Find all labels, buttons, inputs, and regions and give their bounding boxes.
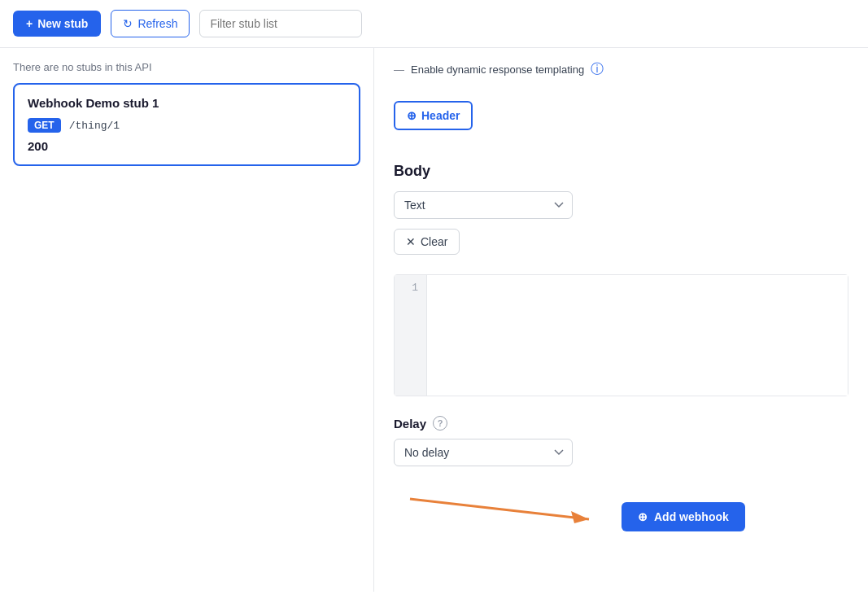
stub-status: 200: [28, 139, 346, 153]
new-stub-button[interactable]: + New stub: [13, 11, 101, 37]
svg-line-0: [410, 499, 589, 519]
stub-path: /thing/1: [69, 120, 120, 132]
right-panel: — Enable dynamic response templating ⓘ ⊕…: [374, 48, 868, 592]
delay-label: Delay: [394, 417, 426, 431]
add-webhook-label: Add webhook: [654, 510, 729, 523]
dynamic-templating-row: — Enable dynamic response templating ⓘ: [394, 61, 848, 88]
body-type-select[interactable]: Text JSON XML HTML: [394, 191, 573, 219]
delay-section: Delay ? No delay 100ms 250ms 500ms 1000m…: [394, 416, 848, 483]
delay-help-icon[interactable]: ?: [433, 416, 447, 431]
plus-icon: +: [26, 17, 33, 30]
refresh-label: Refresh: [137, 17, 177, 30]
line-numbers: 1: [395, 275, 427, 396]
webhook-row: ⊕ Add webhook: [394, 483, 848, 531]
body-section: Body Text JSON XML HTML ✕ Clear 1: [394, 163, 848, 396]
line-number-1: 1: [403, 282, 418, 294]
clear-button-label: Clear: [421, 235, 447, 248]
arrow-annotation: [394, 483, 622, 531]
toolbar: + New stub ↻ Refresh: [0, 0, 868, 48]
no-stubs-text: There are no stubs in this API: [13, 61, 360, 73]
body-section-title: Body: [394, 163, 848, 180]
stub-card[interactable]: Webhook Demo stub 1 GET /thing/1 200: [13, 83, 360, 166]
svg-marker-1: [571, 511, 589, 523]
add-webhook-plus-icon: ⊕: [638, 510, 648, 523]
code-content[interactable]: [427, 275, 848, 396]
header-button[interactable]: ⊕ Header: [394, 101, 473, 130]
main-layout: There are no stubs in this API Webhook D…: [0, 48, 868, 592]
code-editor[interactable]: 1: [394, 274, 848, 396]
new-stub-label: New stub: [37, 17, 88, 30]
dynamic-template-info-icon[interactable]: ⓘ: [591, 61, 604, 78]
refresh-button[interactable]: ↻ Refresh: [111, 10, 190, 37]
delay-select[interactable]: No delay 100ms 250ms 500ms 1000ms: [394, 439, 573, 466]
header-button-label: Header: [421, 109, 460, 122]
add-webhook-button[interactable]: ⊕ Add webhook: [622, 502, 745, 531]
dynamic-template-label: Enable dynamic response templating: [411, 63, 584, 76]
arrow-svg: [394, 483, 622, 531]
clear-button[interactable]: ✕ Clear: [394, 229, 460, 255]
refresh-icon: ↻: [123, 17, 133, 30]
left-panel: There are no stubs in this API Webhook D…: [0, 48, 374, 592]
circle-plus-icon: ⊕: [407, 109, 417, 122]
stub-name: Webhook Demo stub 1: [28, 96, 346, 110]
delay-label-row: Delay ?: [394, 416, 848, 431]
x-mark-icon: ✕: [406, 235, 416, 248]
stub-method-row: GET /thing/1: [28, 118, 346, 133]
method-badge: GET: [28, 118, 61, 133]
filter-input[interactable]: [199, 10, 362, 37]
